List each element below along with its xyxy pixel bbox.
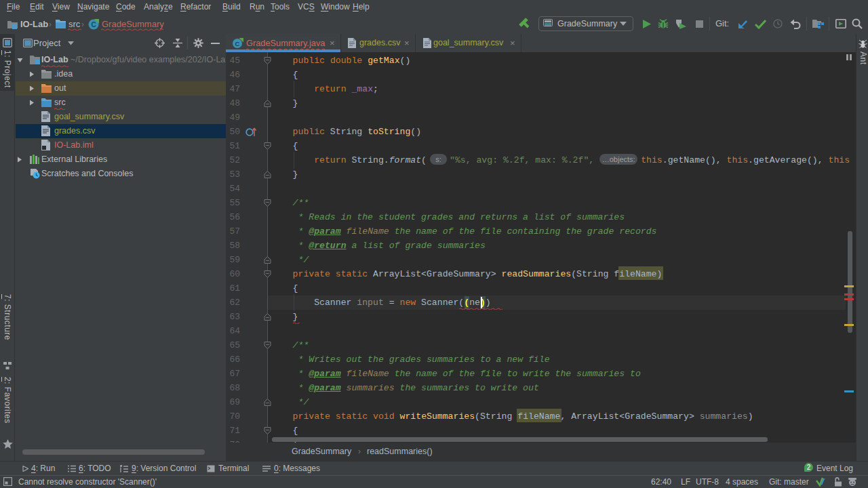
- svg-text:C: C: [235, 40, 240, 47]
- svg-text:C: C: [91, 21, 96, 28]
